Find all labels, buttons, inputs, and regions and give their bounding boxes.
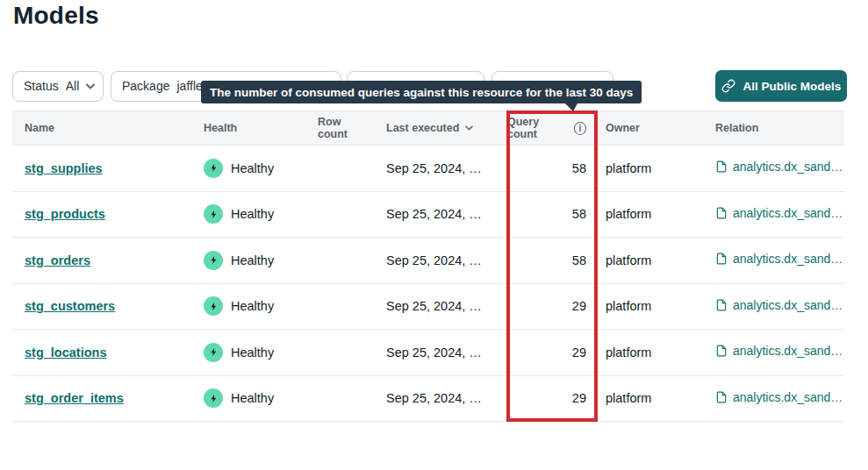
owner-cell: platform [597,299,704,313]
query-count-cell: 58 [507,161,597,175]
relation-link[interactable]: analytics.dx_sand… [715,160,843,174]
document-icon [715,252,728,266]
health-bolt-icon [204,159,223,178]
document-icon [715,344,728,358]
table-row: stg_supplies Healthy Sep 25, 2024, … 58 … [12,146,844,192]
column-header-last-executed[interactable]: Last executed [372,122,507,134]
owner-cell: platform [597,391,704,405]
model-link[interactable]: stg_locations [25,345,106,360]
column-header-relation: Relation [704,122,844,134]
document-icon [715,298,728,312]
query-count-cell: 58 [507,253,597,267]
health-bolt-icon [204,296,223,316]
last-executed-label: Last executed [386,122,459,134]
health-bolt-icon [204,388,223,408]
table-row: stg_locations Healthy Sep 25, 2024, … 29… [12,330,844,376]
query-count-cell: 29 [507,345,597,360]
sort-chevron-down-icon [465,125,473,131]
table-header-row: Name Health Row count Last executed Quer… [12,110,844,146]
last-executed-cell: Sep 25, 2024, … [386,299,482,313]
info-icon[interactable]: i [574,122,586,135]
health-bolt-icon [204,251,223,270]
model-link[interactable]: stg_order_items [25,391,124,405]
all-public-models-label: All Public Models [743,80,842,93]
models-table: Name Health Row count Last executed Quer… [12,110,844,422]
owner-cell: platform [597,161,704,175]
document-icon [715,206,728,220]
health-label: Healthy [231,391,274,405]
table-row: stg_products Healthy Sep 25, 2024, … 58 … [12,192,844,239]
relation-label: analytics.dx_sand… [733,344,843,358]
query-count-cell: 29 [507,299,597,313]
table-row: stg_order_items Healthy Sep 25, 2024, … … [12,376,844,423]
column-header-row-count: Row count [318,116,372,140]
health-label: Healthy [231,253,274,267]
relation-label: analytics.dx_sand… [733,390,843,404]
owner-cell: platform [597,253,704,267]
last-executed-cell: Sep 25, 2024, … [386,345,482,360]
package-filter-label: Package [122,79,169,93]
query-count-tooltip: The number of consumed queries against t… [201,81,642,103]
document-icon [715,160,728,174]
last-executed-cell: Sep 25, 2024, … [386,161,482,175]
relation-label: analytics.dx_sand… [733,206,843,220]
status-filter-label: Status [24,79,59,93]
page-title: Models [13,2,99,30]
health-label: Healthy [231,161,274,175]
table-row: stg_customers Healthy Sep 25, 2024, … 29… [12,284,844,331]
relation-link[interactable]: analytics.dx_sand… [715,206,843,220]
relation-label: analytics.dx_sand… [733,160,843,174]
table-row: stg_orders Healthy Sep 25, 2024, … 58 pl… [12,238,844,284]
status-filter-value: All [66,79,80,93]
owner-cell: platform [597,207,704,221]
relation-link[interactable]: analytics.dx_sand… [715,252,843,266]
health-bolt-icon [204,204,223,224]
model-link[interactable]: stg_orders [25,253,90,267]
model-link[interactable]: stg_products [25,207,105,221]
relation-link[interactable]: analytics.dx_sand… [715,298,843,312]
query-count-cell: 58 [507,207,597,221]
model-link[interactable]: stg_customers [25,299,115,313]
query-count-label: Query count [507,116,570,140]
chevron-down-icon [86,83,95,89]
document-icon [715,390,728,404]
column-header-health: Health [204,122,318,134]
query-count-cell: 29 [507,391,597,405]
tooltip-text: The number of consumed queries against t… [210,86,633,99]
link-icon [721,79,735,93]
health-bolt-icon [204,343,223,362]
relation-label: analytics.dx_sand… [733,298,843,312]
last-executed-cell: Sep 25, 2024, … [386,391,482,405]
owner-cell: platform [597,345,704,360]
column-header-name: Name [12,122,204,134]
relation-link[interactable]: analytics.dx_sand… [715,390,843,404]
last-executed-cell: Sep 25, 2024, … [386,253,482,267]
model-link[interactable]: stg_supplies [25,161,103,175]
relation-link[interactable]: analytics.dx_sand… [715,344,843,358]
tooltip-arrow [565,103,577,111]
health-label: Healthy [231,299,274,313]
all-public-models-button[interactable]: All Public Models [715,70,847,102]
last-executed-cell: Sep 25, 2024, … [386,207,482,221]
health-label: Healthy [231,207,274,221]
status-filter-dropdown[interactable]: Status All [12,71,104,102]
relation-label: analytics.dx_sand… [733,252,843,266]
column-header-query-count: Query count i [507,116,597,140]
column-header-owner: Owner [597,122,704,134]
health-label: Healthy [231,345,274,360]
